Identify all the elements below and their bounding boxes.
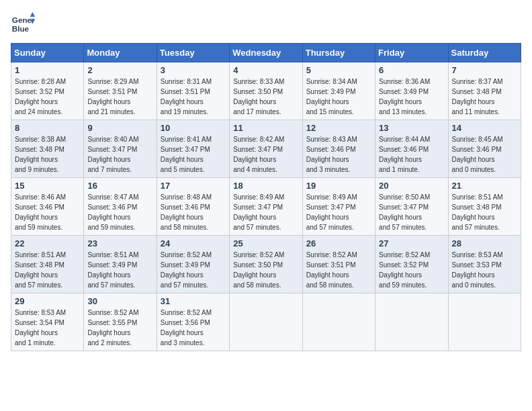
calendar-body: 1 Sunrise: 8:28 AMSunset: 3:52 PMDayligh… xyxy=(11,62,521,351)
day-number: 30 xyxy=(87,296,152,306)
day-info: Sunrise: 8:52 AMSunset: 3:49 PMDaylight … xyxy=(161,250,226,290)
day-number: 26 xyxy=(306,238,371,248)
calendar-table: SundayMondayTuesdayWednesdayThursdayFrid… xyxy=(11,43,521,351)
day-info: Sunrise: 8:40 AMSunset: 3:47 PMDaylight … xyxy=(87,134,152,175)
calendar-header-row: SundayMondayTuesdayWednesdayThursdayFrid… xyxy=(11,44,521,62)
day-info: Sunrise: 8:42 AMSunset: 3:47 PMDaylight … xyxy=(233,134,298,175)
svg-text:Blue: Blue xyxy=(12,24,30,33)
calendar-cell: 9 Sunrise: 8:40 AMSunset: 3:47 PMDayligh… xyxy=(84,120,157,178)
day-header-friday: Friday xyxy=(375,44,448,62)
calendar-cell xyxy=(375,293,448,351)
day-number: 29 xyxy=(15,296,80,306)
day-info: Sunrise: 8:45 AMSunset: 3:46 PMDaylight … xyxy=(452,134,517,175)
day-number: 8 xyxy=(15,123,80,133)
day-number: 21 xyxy=(452,181,517,191)
day-info: Sunrise: 8:51 AMSunset: 3:48 PMDaylight … xyxy=(452,192,517,232)
day-info: Sunrise: 8:29 AMSunset: 3:51 PMDaylight … xyxy=(87,77,152,117)
calendar-cell: 31 Sunrise: 8:52 AMSunset: 3:56 PMDaylig… xyxy=(157,293,229,351)
day-header-saturday: Saturday xyxy=(448,44,521,62)
calendar-cell: 16 Sunrise: 8:47 AMSunset: 3:46 PMDaylig… xyxy=(84,178,157,236)
day-info: Sunrise: 8:53 AMSunset: 3:54 PMDaylight … xyxy=(15,308,80,348)
day-info: Sunrise: 8:48 AMSunset: 3:46 PMDaylight … xyxy=(161,192,226,232)
calendar-cell: 26 Sunrise: 8:52 AMSunset: 3:51 PMDaylig… xyxy=(302,236,375,293)
calendar-cell: 19 Sunrise: 8:49 AMSunset: 3:47 PMDaylig… xyxy=(302,178,375,236)
day-header-wednesday: Wednesday xyxy=(230,44,302,62)
calendar-cell: 28 Sunrise: 8:53 AMSunset: 3:53 PMDaylig… xyxy=(448,236,521,293)
calendar-cell xyxy=(230,293,302,351)
day-info: Sunrise: 8:31 AMSunset: 3:51 PMDaylight … xyxy=(161,77,226,117)
day-number: 24 xyxy=(161,238,226,248)
calendar-cell: 14 Sunrise: 8:45 AMSunset: 3:46 PMDaylig… xyxy=(448,120,521,178)
svg-marker-2 xyxy=(30,12,35,17)
calendar-cell: 30 Sunrise: 8:52 AMSunset: 3:55 PMDaylig… xyxy=(84,293,157,351)
day-info: Sunrise: 8:41 AMSunset: 3:47 PMDaylight … xyxy=(161,134,226,175)
calendar-cell: 2 Sunrise: 8:29 AMSunset: 3:51 PMDayligh… xyxy=(84,62,157,120)
day-info: Sunrise: 8:49 AMSunset: 3:47 PMDaylight … xyxy=(306,192,371,232)
day-info: Sunrise: 8:52 AMSunset: 3:55 PMDaylight … xyxy=(87,308,152,348)
calendar-cell: 4 Sunrise: 8:33 AMSunset: 3:50 PMDayligh… xyxy=(230,62,302,120)
day-number: 23 xyxy=(87,238,152,248)
day-info: Sunrise: 8:52 AMSunset: 3:50 PMDaylight … xyxy=(233,250,298,290)
day-number: 10 xyxy=(161,123,226,133)
day-number: 18 xyxy=(233,181,298,191)
day-number: 31 xyxy=(161,296,226,306)
calendar-cell: 29 Sunrise: 8:53 AMSunset: 3:54 PMDaylig… xyxy=(11,293,84,351)
calendar-week-3: 15 Sunrise: 8:46 AMSunset: 3:46 PMDaylig… xyxy=(11,178,521,236)
day-number: 2 xyxy=(87,65,152,75)
day-info: Sunrise: 8:37 AMSunset: 3:48 PMDaylight … xyxy=(452,77,517,117)
day-info: Sunrise: 8:33 AMSunset: 3:50 PMDaylight … xyxy=(233,77,298,117)
calendar-cell: 10 Sunrise: 8:41 AMSunset: 3:47 PMDaylig… xyxy=(157,120,229,178)
day-number: 25 xyxy=(233,238,298,248)
logo: General Blue xyxy=(11,11,35,35)
day-number: 9 xyxy=(87,123,152,133)
day-number: 19 xyxy=(306,181,371,191)
day-number: 14 xyxy=(452,123,517,133)
calendar-cell: 1 Sunrise: 8:28 AMSunset: 3:52 PMDayligh… xyxy=(11,62,84,120)
day-number: 13 xyxy=(379,123,444,133)
day-info: Sunrise: 8:52 AMSunset: 3:52 PMDaylight … xyxy=(379,250,444,290)
day-info: Sunrise: 8:52 AMSunset: 3:56 PMDaylight … xyxy=(161,308,226,348)
calendar-cell: 24 Sunrise: 8:52 AMSunset: 3:49 PMDaylig… xyxy=(157,236,229,293)
day-info: Sunrise: 8:44 AMSunset: 3:46 PMDaylight … xyxy=(379,134,444,175)
calendar-cell xyxy=(448,293,521,351)
day-header-monday: Monday xyxy=(84,44,157,62)
day-info: Sunrise: 8:43 AMSunset: 3:46 PMDaylight … xyxy=(306,134,371,175)
day-info: Sunrise: 8:51 AMSunset: 3:48 PMDaylight … xyxy=(15,250,80,290)
day-info: Sunrise: 8:38 AMSunset: 3:48 PMDaylight … xyxy=(15,134,80,175)
calendar-cell: 5 Sunrise: 8:34 AMSunset: 3:49 PMDayligh… xyxy=(302,62,375,120)
day-number: 22 xyxy=(15,238,80,248)
day-number: 28 xyxy=(452,238,517,248)
day-info: Sunrise: 8:28 AMSunset: 3:52 PMDaylight … xyxy=(15,77,80,117)
calendar-cell: 22 Sunrise: 8:51 AMSunset: 3:48 PMDaylig… xyxy=(11,236,84,293)
day-number: 6 xyxy=(379,65,444,75)
day-number: 1 xyxy=(15,65,80,75)
calendar-cell: 7 Sunrise: 8:37 AMSunset: 3:48 PMDayligh… xyxy=(448,62,521,120)
calendar-cell: 11 Sunrise: 8:42 AMSunset: 3:47 PMDaylig… xyxy=(230,120,302,178)
day-number: 15 xyxy=(15,181,80,191)
day-info: Sunrise: 8:49 AMSunset: 3:47 PMDaylight … xyxy=(233,192,298,232)
day-info: Sunrise: 8:47 AMSunset: 3:46 PMDaylight … xyxy=(87,192,152,232)
day-info: Sunrise: 8:51 AMSunset: 3:49 PMDaylight … xyxy=(87,250,152,290)
day-number: 20 xyxy=(379,181,444,191)
day-info: Sunrise: 8:46 AMSunset: 3:46 PMDaylight … xyxy=(15,192,80,232)
calendar-week-4: 22 Sunrise: 8:51 AMSunset: 3:48 PMDaylig… xyxy=(11,236,521,293)
day-info: Sunrise: 8:52 AMSunset: 3:51 PMDaylight … xyxy=(306,250,371,290)
day-number: 17 xyxy=(161,181,226,191)
calendar-cell: 20 Sunrise: 8:50 AMSunset: 3:47 PMDaylig… xyxy=(375,178,448,236)
day-number: 7 xyxy=(452,65,517,75)
day-info: Sunrise: 8:50 AMSunset: 3:47 PMDaylight … xyxy=(379,192,444,232)
calendar-cell: 3 Sunrise: 8:31 AMSunset: 3:51 PMDayligh… xyxy=(157,62,229,120)
calendar-cell: 18 Sunrise: 8:49 AMSunset: 3:47 PMDaylig… xyxy=(230,178,302,236)
day-info: Sunrise: 8:34 AMSunset: 3:49 PMDaylight … xyxy=(306,77,371,117)
day-header-thursday: Thursday xyxy=(302,44,375,62)
logo-icon: General Blue xyxy=(11,11,35,35)
calendar-cell: 21 Sunrise: 8:51 AMSunset: 3:48 PMDaylig… xyxy=(448,178,521,236)
day-number: 4 xyxy=(233,65,298,75)
calendar-cell: 8 Sunrise: 8:38 AMSunset: 3:48 PMDayligh… xyxy=(11,120,84,178)
calendar-cell: 15 Sunrise: 8:46 AMSunset: 3:46 PMDaylig… xyxy=(11,178,84,236)
day-info: Sunrise: 8:53 AMSunset: 3:53 PMDaylight … xyxy=(452,250,517,290)
calendar-week-1: 1 Sunrise: 8:28 AMSunset: 3:52 PMDayligh… xyxy=(11,62,521,120)
day-number: 27 xyxy=(379,238,444,248)
calendar-week-2: 8 Sunrise: 8:38 AMSunset: 3:48 PMDayligh… xyxy=(11,120,521,178)
calendar-cell: 6 Sunrise: 8:36 AMSunset: 3:49 PMDayligh… xyxy=(375,62,448,120)
